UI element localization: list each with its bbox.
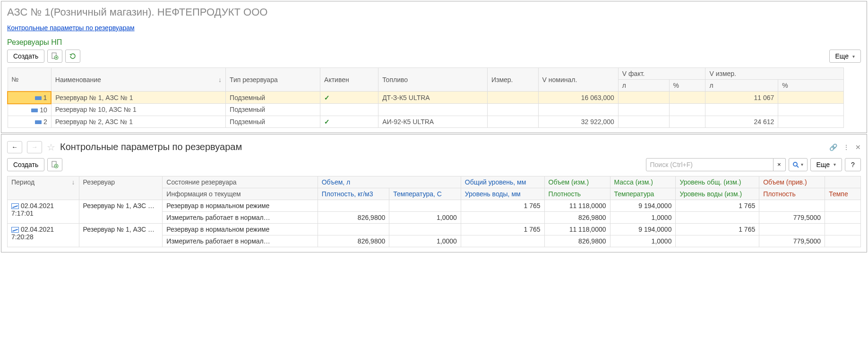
document-plus-icon: [51, 52, 59, 60]
col-vfact-pct[interactable]: %: [669, 80, 705, 92]
table-row[interactable]: 1Резервуар № 1, АЗС № 1Подземный✓ДТ-З-К5…: [8, 92, 843, 104]
control-params-link[interactable]: Контрольные параметры по резервуарам: [7, 24, 135, 32]
cell-dens: 826,9800: [318, 235, 389, 247]
nav-back-button[interactable]: ←: [7, 141, 22, 153]
cell-vnom: 16 063,000: [538, 92, 618, 104]
tanks-grid[interactable]: № Наименование↓ Тип резервуара Активен Т…: [7, 67, 844, 128]
cell-lvl-m: 1 765: [676, 200, 759, 211]
cell-vol-p: [759, 223, 825, 235]
more-button-2[interactable]: Еще: [810, 158, 842, 171]
col-vfact-l[interactable]: л: [618, 80, 669, 92]
col-tank[interactable]: Резервуар: [79, 176, 163, 200]
search-group: ×: [646, 158, 808, 171]
col-info[interactable]: Информация о текущем: [163, 188, 318, 200]
col-vmeas[interactable]: V измер.: [705, 68, 843, 80]
cell-vfact-l: [618, 104, 669, 116]
titlebar: ← → ☆ Контрольные параметры по резервуар…: [7, 139, 861, 158]
copy-create-button[interactable]: [47, 50, 62, 63]
search-clear-button[interactable]: ×: [773, 158, 786, 171]
col-vmeas-l[interactable]: л: [705, 80, 778, 92]
cell-name: Резервуар № 1, АЗС № 1: [51, 92, 225, 104]
create-button[interactable]: Создать: [7, 50, 44, 63]
col-level[interactable]: Общий уровень, мм: [461, 176, 544, 188]
col-mass-m[interactable]: Масса (изм.): [610, 176, 676, 188]
check-icon: ✓: [324, 94, 330, 101]
cell-level: 1 765: [461, 223, 544, 235]
cell-vmeas-p: [778, 104, 844, 116]
copy-create-button-2[interactable]: [47, 158, 62, 171]
cell-lvl-m: 1 765: [676, 223, 759, 235]
col-temp-p-cut[interactable]: [825, 176, 861, 188]
params-grid[interactable]: Период↓ Резервуар Состояние резервуара О…: [7, 176, 861, 247]
svg-point-4: [793, 162, 797, 166]
cell-vfact-p: [669, 116, 705, 127]
help-button[interactable]: ?: [845, 158, 861, 171]
refresh-icon: [69, 52, 77, 60]
col-vnom[interactable]: V номинал.: [538, 68, 618, 92]
close-icon[interactable]: ✕: [855, 143, 861, 151]
cell-vol-p: [759, 200, 825, 211]
cell-dens-m: 826,9800: [544, 211, 610, 223]
create-button-2[interactable]: Создать: [7, 158, 44, 171]
search-input[interactable]: [646, 158, 773, 171]
col-vfact[interactable]: V факт.: [618, 68, 705, 80]
col-vol[interactable]: Объем, л: [318, 176, 461, 188]
document-plus-icon: [51, 161, 59, 168]
cell-water-m: [676, 211, 759, 223]
refresh-button[interactable]: [65, 50, 80, 63]
col-dens-p[interactable]: Плотность: [759, 188, 825, 200]
cell-temp: 1,0000: [389, 211, 461, 223]
col-name[interactable]: Наименование↓: [51, 68, 225, 92]
col-active[interactable]: Активен: [320, 68, 378, 92]
kebab-menu-icon[interactable]: ⋮: [843, 143, 850, 151]
sort-indicator: ↓: [72, 178, 75, 186]
cell-active: ✓: [320, 92, 378, 104]
cell-type: Подземный: [226, 104, 320, 116]
cell-type: Подземный: [226, 116, 320, 127]
more-button[interactable]: Еще: [829, 50, 861, 63]
col-lvl-m[interactable]: Уровень общ. (изм.): [676, 176, 759, 188]
cell-temp-p-empty: [825, 200, 861, 211]
col-vol-m[interactable]: Объем (изм.): [544, 176, 610, 188]
col-type[interactable]: Тип резервуара: [226, 68, 320, 92]
cell-fuel: [378, 104, 488, 116]
cell-water: [461, 235, 544, 247]
cell-type: Подземный: [226, 92, 320, 104]
col-vol-p[interactable]: Объем (прив.): [759, 176, 825, 188]
table-row[interactable]: 10Резервуар № 10, АЗС № 1Подземный: [8, 104, 843, 116]
table-row[interactable]: 02.04.20217:20:28Резервуар № 1, АЗС № 1 …: [8, 223, 861, 235]
cell-state: Резервуар в нормальном режиме: [163, 223, 318, 235]
col-meas[interactable]: Измер.: [487, 68, 538, 92]
col-vmeas-pct[interactable]: %: [778, 80, 844, 92]
table-row[interactable]: 2Резервуар № 2, АЗС № 1Подземный✓АИ-92-К…: [8, 116, 843, 127]
cell-vmeas-l: 11 067: [705, 92, 778, 104]
cell-vmeas-p: [778, 116, 844, 127]
cell-vol: [318, 223, 389, 235]
table-row[interactable]: 02.04.20217:17:01Резервуар № 1, АЗС № 1 …: [8, 200, 861, 211]
col-dens-m[interactable]: Плотность: [544, 188, 610, 200]
record-icon: [11, 203, 19, 209]
col-temp-p[interactable]: Темпе: [825, 188, 861, 200]
col-temp-m[interactable]: Температура: [610, 188, 676, 200]
cell-num: 1: [8, 92, 51, 104]
cell-dens-m: 826,9800: [544, 235, 610, 247]
col-state[interactable]: Состояние резервуара: [163, 176, 318, 188]
col-temp[interactable]: Температура, С: [389, 188, 461, 200]
tank-icon: [35, 120, 42, 124]
page-title: АЗС № 1(Розничный магазин). НЕФТЕПРОДУКТ…: [7, 6, 861, 18]
col-water-m[interactable]: Уровень воды (изм.): [676, 188, 759, 200]
favorite-star-icon[interactable]: ☆: [47, 142, 55, 153]
search-button[interactable]: [789, 158, 808, 171]
col-dens[interactable]: Плотность, кг/м3: [318, 188, 389, 200]
tank-icon: [31, 109, 38, 112]
cell-fuel: АИ-92-К5 ULTRA: [378, 116, 488, 127]
col-water[interactable]: Уровень воды, мм: [461, 188, 544, 200]
cell-active: [320, 104, 378, 116]
col-period[interactable]: Период↓: [8, 176, 79, 200]
col-fuel[interactable]: Топливо: [378, 68, 488, 92]
bottom-toolbar: Создать × Еще ?: [7, 158, 861, 171]
cell-tank: Резервуар № 1, АЗС № 1 на АЗ…: [79, 223, 163, 247]
col-num[interactable]: №: [8, 68, 51, 92]
link-icon[interactable]: 🔗: [829, 143, 837, 151]
check-icon: ✓: [324, 118, 330, 126]
